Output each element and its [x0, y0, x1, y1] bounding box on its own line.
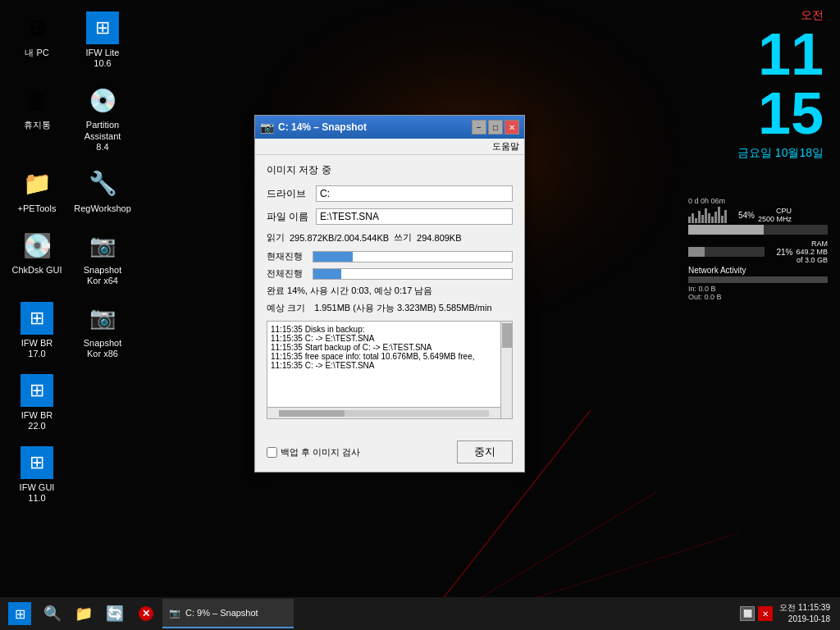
log-area: 11:15:35 Disks in backup: 11:15:35 C: ->… — [267, 321, 513, 419]
rw-row: 읽기 295.872KB/2.004.544KB 쓰기 294.809KB — [267, 231, 513, 244]
ifw-br17-label: IFW BR 17.0 — [11, 338, 62, 359]
ifw-br22-icon: ⊞ — [21, 374, 53, 407]
read-value: 295.872KB/2.004.544KB — [290, 233, 389, 243]
network-bar — [688, 276, 828, 283]
log-line-1: 11:15:35 C: -> E:\TEST.SNA — [271, 334, 495, 343]
desktop-icon-ifw-br22[interactable]: ⊞ IFW BR 22.0 — [8, 371, 66, 435]
current-progress-section: 현재진행 — [267, 250, 513, 262]
clock-hour: 11 — [737, 25, 824, 84]
desktop-icon-my-pc[interactable]: 🖥 내 PC — [8, 8, 66, 72]
taskbar: ⊞ 🔍 📁 🔄 ✕ 📷 C: 9% – Snapshot ⬜ ✕ — [0, 597, 840, 630]
system-stats: 0 d 0h 06m 54% CPU 2500 MHz — [688, 197, 828, 301]
taskbar-clock[interactable]: 오전 11:15:39 2019-10-18 — [779, 602, 830, 625]
drive-value: C: — [316, 185, 513, 202]
help-button[interactable]: 도움말 — [492, 141, 519, 151]
petools-label: +PETools — [18, 203, 57, 214]
taskbar-snapshot-app[interactable]: 📷 C: 9% – Snapshot — [162, 599, 294, 628]
desktop-icon-partition[interactable]: 💿 Partition Assistant 8.4 — [74, 80, 131, 156]
desktop-icon-chkdsk[interactable]: 💽 ChkDsk GUI — [8, 226, 66, 290]
taskbar-explorer-button[interactable]: 📁 — [69, 599, 98, 628]
dialog-controls: − □ ✕ — [472, 120, 519, 135]
ram-bar-fill — [688, 247, 705, 257]
network-stats: In: 0.0 B Out: 0.0 B — [688, 285, 828, 301]
desktop-icon-petools[interactable]: 📁 +PETools — [8, 164, 66, 217]
ram-label: RAM — [796, 240, 828, 248]
tray-window-btns: ⬜ ✕ — [740, 606, 773, 621]
verify-checkbox[interactable] — [267, 447, 277, 458]
minimize-button[interactable]: − — [472, 120, 486, 135]
write-label: 쓰기 — [394, 231, 412, 244]
ram-used: 649.2 MB — [796, 248, 828, 256]
desktop: 🖥 내 PC ⊞ IFW Lite 10.6 🗑 휴지통 💿 Partition… — [0, 0, 840, 630]
snapshot-x64-icon: 📷 — [86, 229, 119, 262]
log-hscrollbar-thumb — [279, 410, 345, 417]
log-hscrollbar-track — [279, 410, 489, 417]
help-row: 도움말 — [255, 139, 524, 155]
ifw-br17-icon: ⊞ — [21, 302, 53, 335]
file-label: 파일 이름 — [267, 210, 316, 224]
ifw-gui11-icon: ⊞ — [21, 446, 53, 479]
dialog-body: 이미지 저장 중 드라이브 C: 파일 이름 E:\TEST.SNA 읽기 29… — [255, 155, 524, 436]
cpu-label: CPU — [758, 207, 792, 215]
tray-restore-btn[interactable]: ⬜ — [740, 606, 755, 621]
petools-icon: 📁 — [21, 167, 53, 200]
snapshot-x86-icon: 📷 — [86, 302, 119, 335]
taskbar-app-icon: 📷 — [169, 608, 180, 619]
cpu-percent: 54% — [730, 211, 755, 220]
taskbar-search-button[interactable]: 🔍 — [38, 599, 67, 628]
log-line-3: 11:15:35 free space info: total 10.676MB… — [271, 352, 495, 361]
desktop-icon-area: 🖥 내 PC ⊞ IFW Lite 10.6 🗑 휴지통 💿 Partition… — [8, 8, 131, 508]
ram-bar — [688, 247, 765, 257]
taskbar-refresh-button[interactable]: 🔄 — [100, 599, 130, 628]
partition-label: Partition Assistant 8.4 — [77, 120, 128, 153]
close-button[interactable]: ✕ — [504, 120, 519, 135]
dialog-footer: 백업 후 이미지 검사 중지 — [255, 436, 524, 472]
cpu-bar-fill — [688, 225, 764, 235]
taskbar-app-label: C: 9% – Snapshot — [185, 608, 258, 618]
ram-total: of 3.0 GB — [796, 256, 828, 264]
log-horizontal-scrollbar[interactable] — [267, 407, 500, 418]
stop-button[interactable]: 중지 — [457, 441, 513, 463]
desktop-icon-ifw-br17[interactable]: ⊞ IFW BR 17.0 — [8, 299, 66, 363]
current-progress-fill — [313, 252, 353, 262]
desktop-icon-regworkshop[interactable]: 🔧 RegWorkshop — [74, 164, 131, 217]
desktop-icon-snapshot-x86[interactable]: 📷 Snapshot Kor x86 — [74, 299, 131, 363]
log-scrollbar-thumb — [502, 323, 512, 348]
ifw-br22-label: IFW BR 22.0 — [11, 410, 62, 431]
net-in: In: 0.0 B — [688, 285, 828, 293]
total-progress-fill — [313, 269, 341, 279]
maximize-button[interactable]: □ — [488, 120, 503, 135]
taskbar-close-btn[interactable]: ✕ — [131, 599, 161, 628]
clock-minute: 15 — [737, 84, 824, 143]
cpu-bar — [688, 225, 828, 235]
ifw-gui11-label: IFW GUI 11.0 — [11, 482, 62, 504]
clock-date-val: 10월18일 — [775, 146, 824, 159]
current-progress-bar — [313, 251, 513, 262]
explorer-icon: 📁 — [75, 605, 93, 623]
ifw-lite-icon: ⊞ — [86, 11, 119, 44]
log-vertical-scrollbar[interactable] — [500, 322, 512, 418]
net-out: Out: 0.0 B — [688, 293, 828, 301]
my-pc-label: 내 PC — [25, 48, 48, 58]
log-line-0: 11:15:35 Disks in backup: — [271, 325, 495, 334]
snapshot-dialog: 📷 C: 14% – Snapshot − □ ✕ 도움말 이미지 저장 중 드… — [254, 115, 525, 472]
taskbar-tray: ⬜ ✕ — [740, 606, 773, 621]
size-value: 1.951MB (사용 가능 3.323MB) 5.585MB/min — [314, 303, 491, 313]
total-progress-row: 전체진행 — [267, 267, 513, 280]
tray-close-btn[interactable]: ✕ — [758, 606, 773, 621]
partition-icon: 💿 — [86, 84, 119, 116]
clock-area: 오전 11 15 금요일 10월18일 — [737, 8, 824, 161]
dialog-title-left: 📷 C: 14% – Snapshot — [260, 121, 367, 134]
desktop-icon-snapshot-x64[interactable]: 📷 Snapshot Kor x64 — [74, 226, 131, 290]
total-label: 전체진행 — [267, 267, 308, 280]
network-label: Network Activity — [688, 266, 828, 275]
snapshot-x64-label: Snapshot Kor x64 — [77, 265, 128, 286]
desktop-icon-ifw-gui11[interactable]: ⊞ IFW GUI 11.0 — [8, 443, 66, 507]
snapshot-x86-label: Snapshot Kor x86 — [77, 338, 128, 359]
desktop-icon-ifw-lite[interactable]: ⊞ IFW Lite 10.6 — [74, 8, 131, 72]
read-label: 읽기 — [267, 231, 285, 244]
start-button[interactable]: ⊞ — [3, 599, 36, 628]
desktop-icon-recycle[interactable]: 🗑 휴지통 — [8, 80, 66, 156]
checkbox-label: 백업 후 이미지 검사 — [281, 446, 360, 459]
ram-percent: 21% — [768, 248, 792, 257]
